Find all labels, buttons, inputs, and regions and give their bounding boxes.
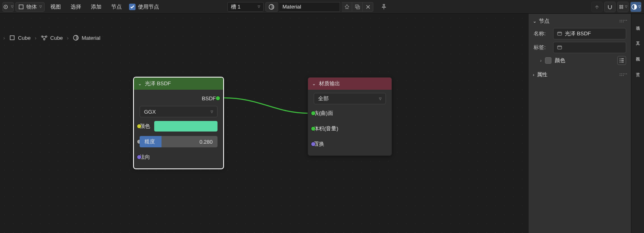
chevron-right-icon: › (34, 35, 36, 41)
roughness-value: 0.280 (199, 139, 213, 145)
checkbox-icon (129, 4, 136, 10)
roughness-slider[interactable]: 糙度 0.280 (140, 136, 218, 147)
tag-input[interactable] (553, 42, 626, 53)
node-glossy-bsdf[interactable]: ⌄ 光泽 BSDF BSDF GGX ▽ 颜色 糙度 (134, 77, 224, 169)
menu-view[interactable]: 视图 (46, 0, 65, 14)
svg-rect-2 (19, 5, 23, 9)
svg-point-18 (620, 60, 620, 61)
target-dropdown[interactable]: 全部 ▽ (314, 93, 386, 104)
grip-icon[interactable] (620, 73, 627, 77)
distribution-dropdown[interactable]: GGX ▽ (140, 106, 218, 117)
new-material-button[interactable] (352, 2, 363, 12)
node-icon (557, 45, 562, 50)
sidebar-tabs: 选项 工具 视图 节点 (631, 14, 644, 233)
chevron-right-icon: › (67, 35, 69, 41)
socket-color-input[interactable] (137, 124, 142, 129)
mode-dropdown[interactable]: 物体 ▽ (15, 2, 45, 12)
editor-type-button[interactable]: ▽ (2, 2, 14, 12)
chevron-down-icon: ⌄ (312, 81, 316, 86)
menu-node[interactable]: 节点 (107, 0, 126, 14)
socket-volume-input[interactable] (311, 126, 316, 131)
name-input[interactable]: 光泽 BSDF (553, 28, 626, 39)
socket-normal-input[interactable] (137, 155, 142, 160)
input-normal: 法向 (140, 151, 218, 164)
chevron-right-icon: › (533, 72, 534, 77)
tab-options[interactable]: 选项 (633, 16, 643, 30)
panel-title: 节点 (539, 17, 549, 25)
slot-dropdown[interactable]: 槽 1 ▽ (227, 2, 264, 12)
socket-bsdf-output[interactable] (215, 96, 220, 101)
pin-button[interactable] (378, 2, 390, 12)
mode-label: 物体 (26, 3, 37, 11)
volume-label: 体积(音量) (314, 125, 338, 132)
unlink-material-button[interactable] (363, 2, 373, 12)
name-value: 光泽 BSDF (565, 30, 591, 37)
node-title: 光泽 BSDF (145, 80, 171, 87)
input-roughness: 糙度 0.280 (140, 135, 218, 148)
panel-header-attributes[interactable]: › 属性 (531, 69, 629, 80)
node-link (0, 14, 528, 233)
input-surface: 表(曲)面 (314, 107, 386, 120)
tag-label: 标签: (534, 44, 550, 51)
material-name-field[interactable]: Material (279, 2, 340, 12)
input-volume: 体积(音量) (314, 122, 386, 135)
list-icon[interactable] (617, 56, 626, 65)
mesh-icon (41, 35, 48, 41)
breadcrumb-object[interactable]: Cube (9, 35, 30, 41)
menu-select[interactable]: 选择 (67, 0, 85, 14)
menu-add[interactable]: 添加 (87, 0, 106, 14)
node-header[interactable]: ⌄ 光泽 BSDF (134, 78, 223, 90)
tab-view[interactable]: 视图 (633, 47, 643, 61)
overlay-button[interactable]: ▽ (617, 2, 629, 12)
roughness-label: 糙度 (144, 138, 155, 145)
material-name-value: Material (282, 4, 301, 10)
panel-header-node[interactable]: ⌄ 节点 (531, 15, 629, 27)
object-icon (9, 35, 15, 41)
svg-point-20 (620, 62, 620, 63)
svg-rect-15 (558, 46, 562, 47)
output-bsdf: BSDF (140, 93, 218, 104)
color-subpanel[interactable]: › 颜色 (531, 54, 629, 67)
node-title: 材质输出 (319, 80, 340, 87)
use-nodes-toggle[interactable]: 使用节点 (129, 3, 159, 11)
socket-surface-input[interactable] (311, 111, 316, 116)
snap-button[interactable] (604, 2, 616, 12)
target-value: 全部 (318, 95, 329, 102)
breadcrumb: › Cube › Cube › Material (0, 32, 103, 44)
node-body: 全部 ▽ 表(曲)面 体积(音量) 置换 (308, 90, 392, 155)
grip-icon[interactable] (620, 19, 627, 23)
svg-point-16 (620, 58, 620, 59)
panel-title: 属性 (537, 71, 547, 78)
chevron-right-icon: › (540, 58, 542, 63)
use-nodes-label: 使用节点 (138, 3, 159, 11)
node-material-output[interactable]: ⌄ 材质输出 全部 ▽ 表(曲)面 体积(音量) 置换 (308, 77, 392, 156)
tab-tool[interactable]: 工具 (633, 32, 643, 45)
field-name: 名称: 光泽 BSDF (531, 27, 629, 41)
svg-rect-17 (621, 58, 624, 59)
header-right-buttons: ▽ ▽ (591, 2, 642, 12)
input-color: 颜色 (140, 120, 218, 133)
chevron-down-icon: ⌄ (138, 81, 142, 86)
distribution-value: GGX (144, 109, 156, 115)
field-tag: 标签: (531, 41, 629, 54)
color-swatch[interactable] (154, 121, 218, 132)
tab-node[interactable]: 节点 (633, 63, 643, 76)
breadcrumb-material[interactable]: Material (73, 35, 100, 41)
chevron-down-icon: ⌄ (533, 19, 536, 24)
name-label: 名称: (534, 30, 550, 37)
svg-rect-19 (621, 60, 624, 61)
socket-displacement-input[interactable] (311, 142, 316, 147)
node-header[interactable]: ⌄ 材质输出 (308, 78, 392, 90)
color-checkbox[interactable] (545, 57, 551, 64)
material-browse-button[interactable] (265, 2, 278, 12)
sidebar: ⌄ 节点 名称: 光泽 BSDF 标签: › 颜色 › 属性 (528, 14, 631, 233)
surface-label: 表(曲)面 (314, 110, 333, 117)
parent-tree-button (591, 2, 603, 12)
breadcrumb-label: Cube (18, 35, 30, 41)
fake-user-button[interactable] (342, 2, 352, 12)
svg-point-1 (5, 6, 6, 7)
node-canvas[interactable]: › Cube › Cube › Material ⌄ 光泽 BSDF BSDF (0, 14, 528, 233)
input-displacement: 置换 (314, 138, 386, 151)
shading-button[interactable]: ▽ (630, 2, 642, 12)
breadcrumb-data[interactable]: Cube (41, 35, 63, 41)
